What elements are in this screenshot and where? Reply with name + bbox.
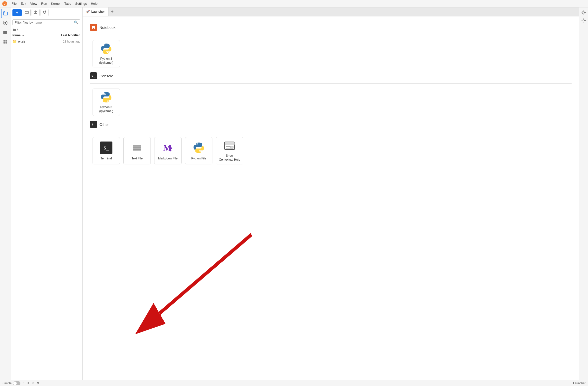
status-bar: Simple 0 🖥 0 ⚙ Launcher — [0, 380, 588, 386]
commands-sidebar-btn[interactable] — [1, 28, 10, 37]
markdown-card[interactable]: M Markdown File — [154, 137, 182, 164]
new-launcher-button[interactable]: + — [12, 9, 22, 16]
memory-indicator: 0 — [23, 382, 25, 385]
name-column-header[interactable]: Name ▲ — [12, 34, 53, 37]
contextual-help-card[interactable]: Show Contextual Help — [216, 137, 243, 164]
refresh-button[interactable] — [41, 9, 49, 16]
python-file-label: Python File — [191, 157, 206, 161]
markdown-icon: M — [161, 141, 175, 155]
svg-rect-10 — [3, 40, 5, 42]
console-section-header: >_ Console — [90, 72, 572, 79]
svg-rect-13 — [5, 42, 7, 44]
console-cards: Python 3(ipykernel) — [90, 89, 572, 116]
text-file-card[interactable]: Text File — [123, 137, 151, 164]
breadcrumb-path: / — [17, 28, 18, 32]
icon-sidebar — [0, 7, 10, 380]
files-sidebar-btn[interactable] — [1, 9, 10, 18]
contextual-help-icon — [223, 140, 237, 152]
notebook-section-icon — [90, 24, 97, 31]
running-sidebar-btn[interactable] — [1, 18, 10, 27]
svg-point-25 — [107, 101, 108, 102]
console-python3-label: Python 3(ipykernel) — [99, 105, 113, 113]
text-file-label: Text File — [132, 157, 143, 161]
notebook-python3-card[interactable]: Python 3(ipykernel) — [93, 40, 120, 67]
markdown-label: Markdown File — [158, 157, 178, 161]
svg-rect-26 — [133, 145, 141, 146]
tab-launcher[interactable]: 🚀 Launcher — [83, 7, 108, 16]
svg-point-37 — [583, 12, 585, 13]
right-tools-btn[interactable] — [580, 17, 587, 24]
menu-settings[interactable]: Settings — [73, 1, 89, 6]
other-section-header: $_ Other — [90, 121, 572, 128]
sort-asc-icon: ▲ — [22, 34, 25, 37]
svg-rect-8 — [3, 32, 7, 33]
text-file-icon — [130, 141, 144, 155]
toggle-knob — [13, 382, 17, 385]
notebook-cards: Python 3(ipykernel) — [90, 40, 572, 67]
svg-rect-7 — [3, 31, 7, 32]
new-folder-button[interactable] — [23, 9, 31, 16]
file-list: 📁 work 18 hours ago — [10, 38, 82, 380]
svg-rect-35 — [226, 148, 231, 148]
folder-icon — [12, 28, 16, 32]
console-python3-card[interactable]: Python 3(ipykernel) — [93, 89, 120, 116]
memory-icon: 🖥 — [27, 382, 30, 385]
notebook-divider — [90, 35, 572, 35]
svg-point-24 — [104, 93, 105, 94]
contextual-help-label: Show Contextual Help — [219, 154, 241, 162]
terminal-card[interactable]: $_ Terminal — [93, 137, 120, 164]
search-icon: 🔍 — [74, 20, 78, 24]
notebook-python3-label: Python 3(ipykernel) — [99, 57, 113, 65]
menu-kernel[interactable]: Kernel — [49, 1, 62, 6]
menu-run[interactable]: Run — [39, 1, 49, 6]
console-section-icon: >_ — [90, 72, 97, 79]
right-settings-btn[interactable] — [580, 9, 587, 16]
notebook-section-header: Notebook — [90, 24, 572, 31]
menu-view[interactable]: View — [28, 1, 39, 6]
search-input[interactable] — [15, 21, 74, 24]
terminal-icon: $_ — [99, 141, 113, 155]
svg-rect-11 — [5, 40, 7, 42]
svg-rect-17 — [13, 29, 14, 29]
add-tab-button[interactable]: + — [108, 9, 116, 14]
svg-rect-9 — [3, 33, 7, 34]
other-section-title: Other — [99, 122, 109, 127]
terminal-icon-inner: $_ — [100, 142, 112, 154]
kernel-count: 0 — [32, 382, 34, 385]
tab-launcher-label: Launcher — [91, 10, 105, 13]
app-logo: J — [2, 1, 7, 6]
launcher-content: Notebook Pytho — [83, 16, 579, 380]
file-name: work — [18, 40, 53, 44]
menu-edit[interactable]: Edit — [19, 1, 28, 6]
menu-tabs[interactable]: Tabs — [62, 1, 73, 6]
svg-rect-27 — [133, 147, 141, 148]
content-area: 🚀 Launcher + — [83, 7, 579, 380]
toggle-switch[interactable] — [13, 381, 20, 385]
svg-point-38 — [583, 20, 585, 21]
svg-rect-33 — [225, 142, 235, 145]
file-toolbar: + — [10, 7, 82, 18]
svg-point-23 — [107, 52, 108, 53]
folder-icon: 📁 — [12, 40, 17, 44]
svg-rect-36 — [230, 146, 233, 148]
svg-rect-12 — [3, 42, 5, 44]
tab-bar: 🚀 Launcher + — [83, 7, 579, 16]
table-row[interactable]: 📁 work 18 hours ago — [10, 38, 82, 45]
svg-point-22 — [104, 45, 105, 46]
file-modified: 18 hours ago — [53, 40, 80, 43]
menu-file[interactable]: File — [9, 1, 19, 6]
svg-rect-15 — [25, 11, 26, 11]
python-file-card[interactable]: Python File — [185, 137, 212, 164]
extensions-sidebar-btn[interactable] — [1, 37, 10, 46]
modified-column-header[interactable]: Last Modified — [53, 34, 80, 37]
status-right: Launcher — [573, 382, 586, 385]
breadcrumb: / — [10, 27, 82, 33]
other-cards: $_ Terminal Text File — [90, 137, 572, 164]
file-sidebar: + — [10, 7, 83, 380]
console-divider — [90, 83, 572, 84]
svg-point-31 — [199, 151, 200, 152]
menu-help[interactable]: Help — [89, 1, 99, 6]
right-sidebar — [579, 7, 588, 380]
other-divider — [90, 132, 572, 132]
upload-button[interactable] — [32, 9, 40, 16]
